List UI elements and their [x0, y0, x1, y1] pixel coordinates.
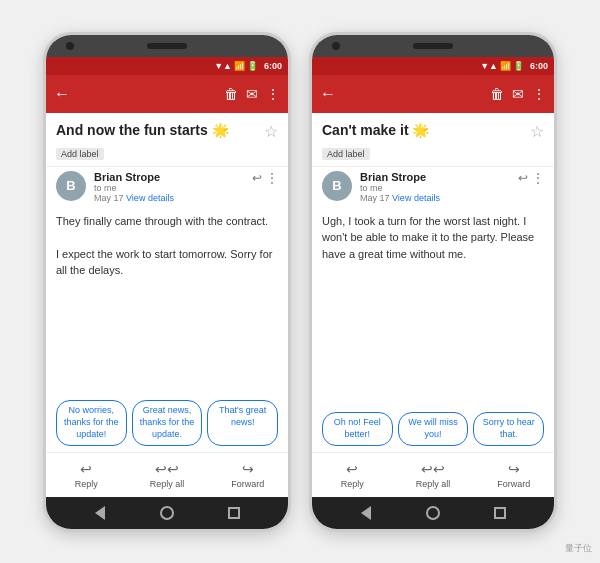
from-name-1: Brian Strope — [94, 171, 244, 183]
reply-all-icon-2: ↩↩ — [421, 461, 445, 477]
phone-top-2 — [312, 35, 554, 57]
email-to-2: to me — [360, 183, 510, 193]
email-subject-1: And now the fun starts 🌟 — [56, 121, 258, 139]
speaker-1 — [147, 43, 187, 49]
camera-icon-1 — [66, 42, 74, 50]
nav-back-1[interactable] — [91, 504, 109, 522]
view-details-link-2[interactable]: View details — [392, 193, 440, 203]
mail-button-2[interactable]: ✉ — [512, 86, 524, 102]
time-2: 6:00 — [530, 61, 548, 71]
reply-icon-small-1: ↩ — [252, 171, 262, 185]
phone-2: ▼▲ 📶 🔋 6:00 ← 🗑 ✉ ⋮ Can't make it 🌟 ☆ Ad… — [309, 32, 557, 532]
watermark: 量子位 — [565, 542, 592, 555]
forward-icon-2: ↪ — [508, 461, 520, 477]
more-icon-small-1[interactable]: ⋮ — [266, 171, 278, 185]
smart-reply-chip-1-1[interactable]: Great news, thanks for the update. — [132, 400, 203, 445]
action-bar-2: ↩ Reply ↩↩ Reply all ↪ Forward — [312, 452, 554, 497]
delete-button-1[interactable]: 🗑 — [224, 86, 238, 102]
email-meta-2: B Brian Strope to me May 17 View details… — [312, 166, 554, 207]
smart-replies-1: No worries, thanks for the update! Great… — [46, 394, 288, 451]
battery-icon-1: 🔋 — [247, 61, 258, 71]
smart-reply-chip-1-2[interactable]: That's great news! — [207, 400, 278, 445]
reply-label-2: Reply — [341, 479, 364, 489]
avatar-1: B — [56, 171, 86, 201]
mail-button-1[interactable]: ✉ — [246, 86, 258, 102]
add-label-2[interactable]: Add label — [312, 143, 554, 166]
back-button-1[interactable]: ← — [54, 85, 70, 103]
phone-top-1 — [46, 35, 288, 57]
subject-row-1: And now the fun starts 🌟 ☆ — [46, 113, 288, 143]
phone-bottom-1 — [46, 497, 288, 529]
signal-icon-1: ▼▲ — [214, 61, 232, 71]
from-info-2: Brian Strope to me May 17 View details — [360, 171, 510, 203]
reply-icon-1: ↩ — [80, 461, 92, 477]
delete-button-2[interactable]: 🗑 — [490, 86, 504, 102]
reply-icon-small-2: ↩ — [518, 171, 528, 185]
forward-label-1: Forward — [231, 479, 264, 489]
back-button-2[interactable]: ← — [320, 85, 336, 103]
nav-home-1[interactable] — [158, 504, 176, 522]
wifi-icon-2: 📶 — [500, 61, 511, 71]
speaker-2 — [413, 43, 453, 49]
body-line1-1: They finally came through with the contr… — [56, 213, 278, 230]
battery-icon-2: 🔋 — [513, 61, 524, 71]
body-2: Ugh, I took a turn for the worst last ni… — [322, 213, 544, 263]
camera-icon-2 — [332, 42, 340, 50]
phone-bottom-2 — [312, 497, 554, 529]
status-icons-2: ▼▲ 📶 🔋 6:00 — [480, 61, 548, 71]
reply-all-button-1[interactable]: ↩↩ Reply all — [127, 457, 208, 493]
forward-button-1[interactable]: ↪ Forward — [207, 457, 288, 493]
smart-reply-chip-1-0[interactable]: No worries, thanks for the update! — [56, 400, 127, 445]
more-icon-small-2[interactable]: ⋮ — [532, 171, 544, 185]
reply-button-2[interactable]: ↩ Reply — [312, 457, 393, 493]
avatar-2: B — [322, 171, 352, 201]
nav-home-2[interactable] — [424, 504, 442, 522]
add-label-1[interactable]: Add label — [46, 143, 288, 166]
email-date-2: May 17 View details — [360, 193, 510, 203]
email-to-1: to me — [94, 183, 244, 193]
forward-button-2[interactable]: ↪ Forward — [473, 457, 554, 493]
smart-reply-chip-2-2[interactable]: Sorry to hear that. — [473, 412, 544, 445]
gmail-toolbar-2: ← 🗑 ✉ ⋮ — [312, 75, 554, 113]
action-bar-1: ↩ Reply ↩↩ Reply all ↪ Forward — [46, 452, 288, 497]
reply-all-button-2[interactable]: ↩↩ Reply all — [393, 457, 474, 493]
view-details-link-1[interactable]: View details — [126, 193, 174, 203]
reply-icon-2: ↩ — [346, 461, 358, 477]
more-button-1[interactable]: ⋮ — [266, 86, 280, 102]
reply-button-1[interactable]: ↩ Reply — [46, 457, 127, 493]
phones-container: ▼▲ 📶 🔋 6:00 ← 🗑 ✉ ⋮ And now the fun star… — [43, 32, 557, 532]
reply-label-1: Reply — [75, 479, 98, 489]
more-button-2[interactable]: ⋮ — [532, 86, 546, 102]
forward-icon-1: ↪ — [242, 461, 254, 477]
from-name-2: Brian Strope — [360, 171, 510, 183]
smart-replies-2: Oh no! Feel better! We will miss you! So… — [312, 406, 554, 451]
smart-reply-chip-2-1[interactable]: We will miss you! — [398, 412, 469, 445]
email-content-1: And now the fun starts 🌟 ☆ Add label B B… — [46, 113, 288, 497]
status-icons-1: ▼▲ 📶 🔋 6:00 — [214, 61, 282, 71]
forward-label-2: Forward — [497, 479, 530, 489]
email-subject-2: Can't make it 🌟 — [322, 121, 524, 139]
nav-back-2[interactable] — [357, 504, 375, 522]
phone-1: ▼▲ 📶 🔋 6:00 ← 🗑 ✉ ⋮ And now the fun star… — [43, 32, 291, 532]
email-meta-1: B Brian Strope to me May 17 View details… — [46, 166, 288, 207]
email-body-2: Ugh, I took a turn for the worst last ni… — [312, 207, 554, 407]
star-button-1[interactable]: ☆ — [264, 122, 278, 141]
body-line2-1: I expect the work to start tomorrow. Sor… — [56, 246, 278, 279]
subject-row-2: Can't make it 🌟 ☆ — [312, 113, 554, 143]
meta-icons-1: ↩ ⋮ — [252, 171, 278, 185]
time-1: 6:00 — [264, 61, 282, 71]
email-body-1: They finally came through with the contr… — [46, 207, 288, 395]
meta-icons-2: ↩ ⋮ — [518, 171, 544, 185]
email-content-2: Can't make it 🌟 ☆ Add label B Brian Stro… — [312, 113, 554, 497]
star-button-2[interactable]: ☆ — [530, 122, 544, 141]
status-bar-2: ▼▲ 📶 🔋 6:00 — [312, 57, 554, 75]
smart-reply-chip-2-0[interactable]: Oh no! Feel better! — [322, 412, 393, 445]
nav-recents-2[interactable] — [491, 504, 509, 522]
reply-all-icon-1: ↩↩ — [155, 461, 179, 477]
reply-all-label-1: Reply all — [150, 479, 185, 489]
email-date-1: May 17 View details — [94, 193, 244, 203]
signal-icon-2: ▼▲ — [480, 61, 498, 71]
from-info-1: Brian Strope to me May 17 View details — [94, 171, 244, 203]
reply-all-label-2: Reply all — [416, 479, 451, 489]
nav-recents-1[interactable] — [225, 504, 243, 522]
